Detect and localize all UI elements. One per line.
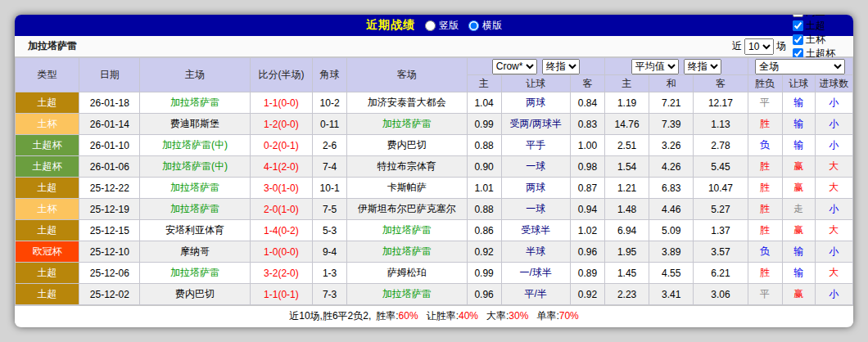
col-handicap-line: 让球 (501, 75, 570, 92)
away-team[interactable]: 伊斯坦布尔巴萨克塞尔 (347, 199, 467, 220)
col-handicap-result: 让球 (782, 75, 815, 92)
away-team[interactable]: 加济安泰普大都会 (347, 92, 467, 114)
match-date: 25-12-15 (79, 220, 140, 241)
away-team[interactable]: 加拉塔萨雷 (347, 220, 467, 241)
summary-stats: 胜率:60%让胜率:40%大率:30%单率:70% (376, 309, 579, 323)
away-team-label: 特拉布宗体育 (377, 160, 436, 172)
home-team-label: 安塔利亚体育 (165, 224, 224, 236)
avg-away-odds: 3.06 (694, 284, 748, 305)
home-team-label: 加拉塔萨雷 (170, 203, 219, 214)
away-team-label: 加济安泰普大都会 (368, 97, 446, 108)
match-row: 土超25-12-22加拉塔萨雷3-0(1-0)10-1卡斯帕萨1.01两球0.8… (16, 178, 853, 199)
full-match-select[interactable]: 全场 (755, 59, 845, 74)
away-team-label: 加拉塔萨雷 (382, 224, 432, 236)
home-team-label: 加拉塔萨雷(中) (162, 139, 228, 151)
layout-horizontal-radio[interactable]: 横版 (468, 19, 502, 33)
odds-company-select[interactable]: Crow* (492, 59, 537, 74)
checkbox-label: 土杯 (806, 33, 825, 47)
away-team[interactable]: 加拉塔萨雷 (347, 114, 467, 135)
handicap-home-odds: 0.99 (467, 263, 501, 284)
home-team[interactable]: 加拉塔萨雷 (140, 263, 250, 284)
home-team[interactable]: 加拉塔萨雷(中) (140, 156, 250, 178)
handicap-away-odds: 0.87 (570, 178, 604, 199)
league-type-badge: 土超 (16, 284, 79, 305)
match-score: 1-4(0-2) (250, 220, 312, 241)
handicap-line: 两球 (501, 92, 570, 114)
handicap-home-odds: 0.88 (467, 199, 501, 220)
home-team[interactable]: 安塔利亚体育 (140, 220, 250, 241)
result-goals: 大 (815, 156, 852, 178)
handicap-final-odds-select[interactable]: 终指 (542, 59, 580, 74)
result-goals: 小 (815, 135, 852, 156)
filter-checkbox-土杯[interactable]: 土杯 (789, 33, 845, 47)
home-team[interactable]: 加拉塔萨雷 (140, 178, 250, 199)
vertical-radio-label: 竖版 (439, 19, 459, 33)
away-team[interactable]: 萨姆松珀 (347, 263, 467, 284)
checkbox-input[interactable] (793, 15, 803, 17)
handicap-home-odds: 0.86 (467, 220, 501, 241)
away-team[interactable]: 特拉布宗体育 (347, 156, 467, 178)
handicap-line: 一/球半 (501, 263, 570, 284)
away-team[interactable]: 卡斯帕萨 (347, 178, 467, 199)
avg-home-odds: 1.21 (605, 178, 649, 199)
checkbox-input[interactable] (793, 20, 803, 31)
average-odds-select[interactable]: 平均值 (631, 59, 679, 74)
europe-final-odds-select[interactable]: 终指 (684, 59, 721, 74)
home-team-label: 加拉塔萨雷(中) (162, 160, 228, 172)
match-score: 1-1(0-1) (250, 284, 312, 305)
result-handicap: 输 (782, 114, 815, 135)
avg-home-odds: 1.19 (605, 92, 649, 114)
avg-away-odds: 12.17 (694, 92, 748, 114)
handicap-line: 平/半 (501, 284, 570, 305)
handicap-away-odds: 1.02 (570, 220, 604, 241)
home-team[interactable]: 加拉塔萨雷 (140, 92, 250, 114)
filter-checkbox-土超[interactable]: 土超 (789, 19, 845, 33)
handicap-away-odds: 0.84 (570, 92, 604, 114)
vertical-radio-input[interactable] (425, 20, 436, 31)
corner-score: 1-3 (313, 263, 347, 284)
avg-draw-odds: 7.21 (649, 92, 694, 114)
results-table: 类型 日期 主场 比分(半场) 角球 客场 Crow* 终指 平均值 终指 (15, 57, 853, 305)
home-team[interactable]: 费内巴切 (140, 284, 250, 305)
away-team[interactable]: 加拉塔萨雷 (347, 241, 467, 263)
avg-away-odds: 1.13 (694, 114, 748, 135)
home-team[interactable]: 加拉塔萨雷 (140, 199, 250, 220)
col-home: 主场 (140, 58, 250, 92)
layout-vertical-radio[interactable]: 竖版 (425, 19, 459, 33)
league-type-badge: 土杯 (16, 114, 79, 135)
avg-draw-odds: 3.26 (649, 135, 694, 156)
handicap-line: 半球 (501, 241, 570, 263)
handicap-away-odds: 0.83 (570, 114, 604, 135)
league-type-badge: 土杯 (16, 199, 79, 220)
handicap-line: 受球半 (501, 220, 570, 241)
home-team[interactable]: 加拉塔萨雷(中) (140, 135, 250, 156)
handicap-line: 一球 (501, 156, 570, 178)
home-team[interactable]: 费迪耶斯堡 (140, 114, 250, 135)
recent-count-select[interactable]: 10 (744, 38, 774, 55)
avg-home-odds: 2.51 (605, 135, 649, 156)
home-team-label: 费内巴切 (175, 288, 215, 299)
result-goals: 小 (815, 92, 852, 114)
result-handicap: 赢 (782, 156, 815, 178)
col-outcome: 胜负 (748, 75, 782, 92)
page-title: 近期战绩 (366, 18, 415, 33)
away-team[interactable]: 加拉塔萨雷 (347, 284, 467, 305)
avg-draw-odds: 4.26 (649, 156, 694, 178)
avg-draw-odds: 4.46 (649, 199, 694, 220)
result-goals: 小 (815, 199, 852, 220)
match-date: 26-01-14 (79, 114, 140, 135)
col-score: 比分(半场) (250, 58, 312, 92)
horizontal-radio-input[interactable] (468, 20, 479, 31)
home-team[interactable]: 摩纳哥 (140, 241, 250, 263)
away-team-label: 加拉塔萨雷 (382, 118, 432, 129)
away-team[interactable]: 费内巴切 (347, 135, 467, 156)
match-row: 土杯25-12-19加拉塔萨雷2-0(1-0)7-5伊斯坦布尔巴萨克塞尔0.88… (16, 199, 853, 220)
home-team-label: 摩纳哥 (180, 245, 210, 257)
result-handicap: 输 (782, 135, 815, 156)
games-label: 场 (776, 39, 786, 53)
avg-home-odds: 1.54 (605, 156, 649, 178)
result-outcome: 胜 (748, 263, 782, 284)
result-outcome: 胜 (748, 156, 782, 178)
checkbox-input[interactable] (793, 34, 803, 45)
corner-score: 10-2 (313, 92, 347, 114)
